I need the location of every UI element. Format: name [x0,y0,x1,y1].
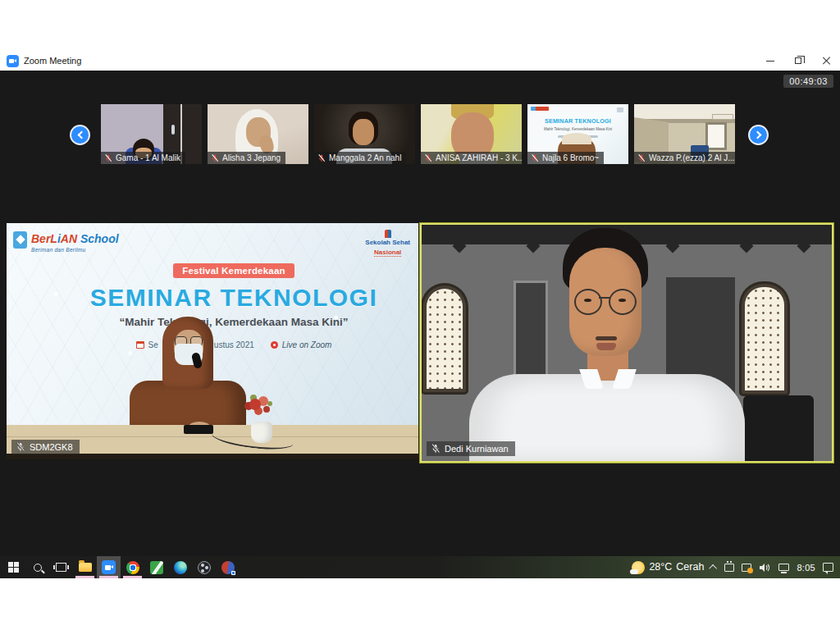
participant-nametag: Manggala 2 An nahl [314,152,406,164]
slide-date-right: ustus 2021 [214,340,254,349]
speaker-eye [619,299,626,302]
glasses-bridge [599,297,610,299]
participant-video-wazza[interactable]: Wazza P.(ezza) 2 Al J... [634,104,735,164]
slide-date-row: Se ustus 2021 Live on Zoom [57,340,410,349]
sun-cloud-icon [632,561,645,574]
muted-mic-icon [431,444,441,454]
participant-filmstrip: Gama - 1 Al Malik Alisha 3 Jepang [0,104,840,164]
edge-icon [174,561,187,574]
slide-date-left: Se [148,340,158,349]
participant-name: Manggala 2 An nahl [329,153,401,162]
participant-name: Najla 6 Bromo~ [542,153,599,162]
minimize-icon [766,61,774,62]
muted-mic-icon [317,154,326,162]
muted-mic-icon [531,154,539,162]
live-record-icon [271,341,278,349]
green-leaf-app-icon [150,561,163,574]
participant-video-alisha[interactable]: Alisha 3 Jepang [208,104,308,164]
muted-mic-icon [16,442,25,452]
festival-badge: Festival Kemerdekaan [173,263,294,278]
meeting-client-area: 00:49:03 Gama - 1 Al Malik [0,71,840,556]
chevron-right-icon [753,131,761,139]
action-center-icon[interactable] [823,563,833,572]
participant-name: ANISA ZAHIRAH - 3 K... [436,153,522,162]
file-explorer-icon [79,563,92,572]
thumbnail-row: Gama - 1 Al Malik Alisha 3 Jepang [101,104,735,164]
restore-button[interactable] [784,51,812,71]
participant-nametag: Gama - 1 Al Malik [101,152,185,164]
minimize-button[interactable] [756,51,784,71]
participant-video-gama[interactable]: Gama - 1 Al Malik [101,104,202,164]
show-hidden-icons-button[interactable] [710,564,718,573]
participant-video-anisa[interactable]: ANISA ZAHIRAH - 3 K... [421,104,522,164]
ribbon-icon [385,230,391,238]
titlebar-left: Zoom Meeting [0,55,756,67]
taskbar-clock[interactable]: 8:05 [797,563,815,573]
muted-mic-icon [637,154,646,162]
muted-mic-icon [104,154,112,162]
video-participant-name: SDM2GK8 [30,442,73,452]
filmstrip-prev-button[interactable] [70,125,90,145]
slide-content: Festival Kemerdekaan SEMINAR TEKNOLOGI “… [57,262,410,349]
paint-app-button[interactable] [216,556,240,578]
tray-device-icon[interactable] [724,564,734,572]
window-titlebar: Zoom Meeting [0,51,840,71]
video-participant-name: Dedi Kurniawan [445,444,509,454]
search-icon [34,564,42,572]
speaker-glasses [574,289,637,313]
flower-bouquet [249,399,261,410]
zoom-taskbar-button[interactable] [97,556,121,578]
participant-video-manggala[interactable]: Manggala 2 An nahl [314,104,415,164]
obs-taskbar-button[interactable] [192,556,216,578]
taskbar-apps [2,556,240,578]
chrome-icon [126,561,139,574]
floor-shadow [7,454,418,459]
file-explorer-button[interactable] [73,556,97,578]
task-view-icon [56,563,66,572]
network-icon[interactable] [778,564,789,571]
weather-widget[interactable]: 28°C Cerah [632,561,704,574]
restore-icon [795,57,801,64]
speaker-mouth [596,343,616,350]
microphone-base [184,425,213,434]
chrome-taskbar-button[interactable] [121,556,144,578]
participant-name: Alisha 3 Jepang [222,153,281,162]
speaker-mustache [596,336,617,340]
participant-video-najla[interactable]: SEMINAR TEKNOLOGI Mahir Teknologi, Kemer… [527,104,628,164]
zoom-meeting-window: Zoom Meeting 00:49:03 Gama - 1 Al Malik [0,51,840,556]
window-title: Zoom Meeting [24,56,81,66]
slide-title: SEMINAR TEKNOLOGI [57,284,410,312]
participant-name: Gama - 1 Al Malik [116,153,180,162]
video-nametag-dedi: Dedi Kurniawan [427,441,515,456]
participant-nametag: Alisha 3 Jepang [208,152,285,164]
zoom-app-icon [7,55,19,67]
taskbar-tray: 28°C Cerah 8:05 [632,556,840,578]
main-video-stage: BerLiAN School Beriman dan Berilmu Sekol… [0,223,840,463]
close-button[interactable] [812,51,840,71]
logo-text: BerLiAN School [31,232,119,245]
ornate-window-right [742,284,788,394]
main-video-sdm2gk8[interactable]: BerLiAN School Beriman dan Berilmu Sekol… [7,223,418,459]
live-on-zoom-label: Live on Zoom [282,340,332,349]
participant-nametag: Najla 6 Bromo~ [527,152,604,164]
main-video-dedi-active-speaker[interactable]: Dedi Kurniawan [420,223,833,463]
tray-notification-icon[interactable] [742,564,751,572]
weather-description: Cerah [676,561,704,574]
mini-slide-title: SEMINAR TEKNOLOGI [532,117,623,124]
participant-name: Wazza P.(ezza) 2 Al J... [649,153,734,162]
green-app-button[interactable] [144,556,168,578]
weather-temperature: 28°C [649,561,672,574]
mini-slide-subtitle: Mahir Teknologi, Kemerdekaan Masa Kini [540,127,615,131]
start-button[interactable] [2,556,25,578]
volume-icon[interactable] [759,563,771,573]
filmstrip-next-button[interactable] [748,125,769,145]
task-view-button[interactable] [49,556,73,578]
windows-logo-icon [8,562,19,573]
sekolah-sehat-badge: Sekolah Sehat Nasional [365,230,410,257]
muted-mic-icon [424,154,432,162]
calendar-icon [136,341,144,349]
flower-vase [251,422,272,443]
video-nametag-sdm2gk8: SDM2GK8 [11,440,80,454]
edge-taskbar-button[interactable] [168,556,192,578]
taskbar-search-button[interactable] [25,556,49,578]
